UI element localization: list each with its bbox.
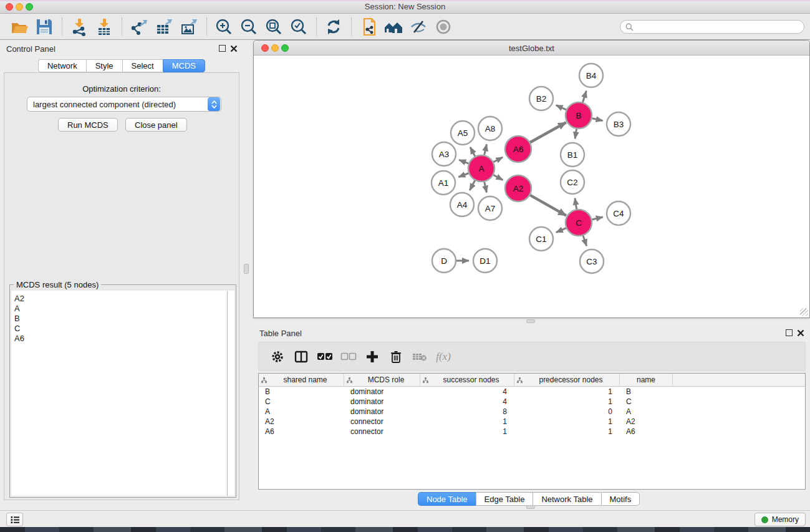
network-from-document-button[interactable]: [358, 16, 379, 37]
search-input[interactable]: [637, 22, 799, 31]
node-A1[interactable]: A1: [432, 171, 455, 195]
table-cell[interactable]: dominator: [344, 387, 420, 396]
column-header-predecessor-nodes[interactable]: predecessor nodes: [514, 374, 620, 386]
table-cell[interactable]: dominator: [344, 397, 420, 406]
refresh-button[interactable]: [323, 16, 344, 37]
result-list-item[interactable]: B: [11, 314, 227, 324]
show-panels-button[interactable]: [6, 513, 23, 526]
table-cell[interactable]: connector: [344, 417, 420, 426]
table-row[interactable]: A6connector11A6: [259, 427, 805, 437]
column-header-mcds-role[interactable]: MCDS role: [344, 374, 420, 386]
tab-style[interactable]: Style: [86, 59, 122, 72]
edge-B-B3[interactable]: [592, 118, 602, 121]
table-cell[interactable]: B: [259, 387, 344, 396]
node-B4[interactable]: B4: [579, 64, 603, 87]
save-session-button[interactable]: [34, 16, 55, 37]
deselect-all-button[interactable]: [337, 346, 360, 368]
table-cell[interactable]: 8: [420, 407, 514, 416]
zoom-fit-button[interactable]: [263, 16, 284, 37]
edge-C-C2[interactable]: [575, 198, 577, 210]
open-session-button[interactable]: [9, 16, 30, 37]
table-row[interactable]: Bdominator41B: [259, 387, 805, 397]
column-header-shared-name[interactable]: shared name: [259, 374, 344, 386]
export-network-button[interactable]: [128, 16, 150, 37]
edge-A6-B[interactable]: [530, 122, 566, 142]
tab-select[interactable]: Select: [122, 59, 163, 72]
node-A[interactable]: A: [468, 155, 494, 181]
column-header-successor-nodes[interactable]: successor nodes: [420, 374, 514, 386]
resize-grip-icon[interactable]: [800, 308, 808, 316]
table-cell[interactable]: 1: [514, 397, 620, 406]
edge-A-A8[interactable]: [485, 144, 487, 155]
node-C1[interactable]: C1: [529, 227, 553, 251]
table-cell[interactable]: A6: [620, 427, 673, 436]
edge-A-A1[interactable]: [458, 173, 468, 177]
home-button[interactable]: [383, 16, 404, 37]
table-row[interactable]: Adominator80A: [259, 407, 805, 417]
node-C3[interactable]: C3: [580, 249, 604, 273]
table-cell[interactable]: 1: [420, 417, 514, 426]
table-cell[interactable]: 0: [514, 407, 620, 416]
table-settings-button[interactable]: [266, 346, 289, 368]
edge-B-B2[interactable]: [556, 105, 566, 110]
table-row[interactable]: Cdominator41C: [259, 397, 805, 407]
tab-motifs[interactable]: Motifs: [601, 492, 640, 506]
import-table-button[interactable]: [94, 16, 115, 37]
table-cell[interactable]: 4: [420, 397, 514, 406]
criterion-select[interactable]: largest connected component (directed): [27, 97, 221, 112]
node-A6[interactable]: A6: [505, 136, 531, 162]
table-cell[interactable]: C: [620, 397, 673, 406]
table-cell[interactable]: 1: [514, 387, 620, 396]
select-all-button[interactable]: [314, 346, 336, 368]
node-C4[interactable]: C4: [607, 201, 630, 225]
result-list-item[interactable]: A6: [11, 334, 227, 344]
edge-A2-C[interactable]: [530, 195, 566, 216]
edge-A-A2[interactable]: [493, 175, 503, 180]
table-cell[interactable]: 1: [514, 417, 620, 426]
mcds-result-list[interactable]: A2ABCA6: [11, 291, 227, 496]
result-list-item[interactable]: C: [11, 324, 227, 334]
close-table-panel-icon[interactable]: [797, 329, 804, 337]
close-panel-button[interactable]: Close panel: [125, 118, 187, 132]
table-cell[interactable]: 1: [420, 427, 514, 436]
table-cell[interactable]: A6: [259, 427, 344, 436]
table-cell[interactable]: connector: [344, 427, 420, 436]
node-D1[interactable]: D1: [473, 249, 497, 273]
table-cell[interactable]: A: [620, 407, 673, 416]
network-canvas[interactable]: B4B2BB3A5A8A6A3B1AA1C2A2A4A7C4CC1C3DD1: [254, 56, 809, 317]
export-image-button[interactable]: [178, 16, 200, 37]
close-panel-icon[interactable]: [230, 45, 238, 52]
delete-table-button[interactable]: [408, 346, 431, 368]
node-A4[interactable]: A4: [450, 193, 474, 216]
hide-graphics-details-button[interactable]: [408, 16, 429, 37]
table-cell[interactable]: 4: [420, 387, 514, 396]
edge-B-B1[interactable]: [575, 129, 576, 139]
node-A7[interactable]: A7: [478, 196, 502, 220]
node-C[interactable]: C: [566, 210, 592, 236]
node-D[interactable]: D: [432, 249, 456, 273]
table-cell[interactable]: dominator: [344, 407, 420, 416]
node-B2[interactable]: B2: [529, 87, 553, 110]
zoom-selected-button[interactable]: [288, 16, 309, 37]
edge-C-C3[interactable]: [583, 236, 587, 246]
node-A3[interactable]: A3: [432, 142, 456, 166]
function-builder-button[interactable]: f(x): [432, 346, 455, 368]
table-cell[interactable]: A2: [259, 417, 344, 426]
create-column-button[interactable]: [361, 346, 383, 368]
table-cell[interactable]: A2: [620, 417, 673, 426]
tab-network[interactable]: Network: [38, 59, 86, 72]
show-column-button[interactable]: [290, 346, 312, 368]
node-B1[interactable]: B1: [561, 143, 584, 167]
import-network-button[interactable]: [69, 16, 90, 37]
tab-node-table[interactable]: Node Table: [418, 492, 476, 506]
tab-network-table[interactable]: Network Table: [533, 492, 600, 506]
memory-button[interactable]: Memory: [755, 513, 806, 526]
edge-B-B4[interactable]: [583, 91, 587, 102]
result-scrollbar-track[interactable]: [227, 291, 234, 496]
tab-edge-table[interactable]: Edge Table: [476, 492, 533, 506]
table-cell[interactable]: C: [259, 397, 344, 406]
bottom-splitter-handle[interactable]: [526, 505, 535, 509]
zoom-in-button[interactable]: [213, 16, 234, 37]
zoom-out-button[interactable]: [238, 16, 259, 37]
column-header-name[interactable]: name: [620, 374, 673, 386]
